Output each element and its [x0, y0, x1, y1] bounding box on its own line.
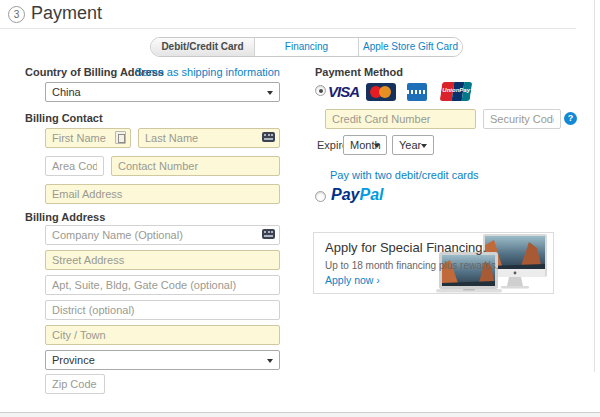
tab-apple-store-gift-card[interactable]: Apple Store Gift Card — [359, 38, 462, 56]
paypal-radio[interactable] — [315, 191, 326, 202]
page-title: Payment — [31, 3, 102, 24]
ime-indicator-icon — [115, 131, 126, 144]
country-select-value: China — [52, 86, 81, 98]
last-name-field — [138, 128, 280, 148]
expiry-month-select[interactable]: Month — [343, 135, 387, 155]
credit-card-number-input[interactable] — [325, 109, 476, 129]
credit-card-number-field — [325, 109, 476, 129]
payment-section: 3 Payment Debit/Credit Card Financing Ap… — [0, 0, 600, 417]
apply-now-link[interactable]: Apply now › — [325, 274, 380, 286]
content-right-border — [594, 0, 595, 372]
district-input[interactable] — [45, 300, 280, 320]
amex-logo-icon — [407, 83, 427, 101]
visa-logo-icon: VISA — [328, 83, 359, 100]
expiry-year-value: Year — [399, 139, 421, 151]
city-town-field — [45, 325, 280, 345]
district-field — [45, 300, 280, 320]
zip-code-input[interactable] — [45, 374, 105, 394]
security-code-field — [483, 109, 561, 129]
province-select-value: Province — [52, 354, 95, 366]
security-code-help-icon[interactable]: ? — [564, 112, 577, 125]
street-address-field — [45, 250, 280, 270]
chevron-down-icon — [421, 144, 427, 148]
tab-debit-credit-card[interactable]: Debit/Credit Card — [151, 38, 255, 56]
special-financing-promo: Apply for Special Financing. Up to 18 mo… — [313, 232, 554, 294]
city-town-input[interactable] — [45, 325, 280, 345]
unionpay-logo-icon: UnionPay — [440, 82, 473, 101]
company-name-input[interactable] — [45, 225, 280, 245]
paypal-logo[interactable]: PayPal — [331, 186, 383, 204]
contact-number-input[interactable] — [111, 156, 280, 176]
chevron-down-icon — [267, 91, 273, 95]
header-divider — [0, 28, 576, 29]
paypal-logo-pay: Pay — [331, 186, 359, 203]
next-section-strip — [0, 413, 600, 417]
country-select[interactable]: China — [45, 82, 280, 102]
tab-financing[interactable]: Financing — [255, 38, 359, 56]
pay-with-two-cards-link[interactable]: Pay with two debit/credit cards — [330, 169, 479, 181]
same-as-shipping-link[interactable]: Same as shipping information — [135, 66, 280, 78]
security-code-input[interactable] — [483, 109, 561, 129]
expiry-year-select[interactable]: Year — [392, 135, 434, 155]
email-input[interactable] — [45, 184, 280, 204]
credit-card-radio[interactable] — [315, 85, 326, 96]
chevron-down-icon — [267, 359, 273, 363]
company-name-field — [45, 225, 280, 245]
zip-code-field — [45, 374, 105, 394]
promo-title: Apply for Special Financing. — [325, 240, 486, 255]
province-select[interactable]: Province — [45, 350, 280, 370]
contact-number-field — [111, 156, 280, 176]
payment-type-tabs: Debit/Credit Card Financing Apple Store … — [150, 37, 463, 57]
payment-method-heading: Payment Method — [315, 66, 403, 78]
apt-suite-input[interactable] — [45, 275, 280, 295]
last-name-input[interactable] — [138, 128, 280, 148]
promo-subtitle: Up to 18 month financing plus rewards. — [325, 260, 498, 271]
keyboard-icon — [262, 132, 275, 142]
area-code-field — [45, 156, 104, 176]
area-code-input[interactable] — [45, 156, 104, 176]
apt-suite-field — [45, 275, 280, 295]
keyboard-icon — [262, 229, 275, 239]
paypal-logo-pal: Pal — [359, 186, 383, 203]
first-name-field — [45, 128, 131, 148]
email-field — [45, 184, 280, 204]
billing-contact-heading: Billing Contact — [25, 112, 103, 124]
street-address-input[interactable] — [45, 250, 280, 270]
chevron-down-icon — [374, 144, 380, 148]
mastercard-logo-icon — [366, 83, 396, 101]
unionpay-logo-text: UnionPay — [441, 87, 471, 93]
billing-address-heading: Billing Address — [25, 211, 105, 223]
step-number-badge: 3 — [8, 6, 25, 23]
